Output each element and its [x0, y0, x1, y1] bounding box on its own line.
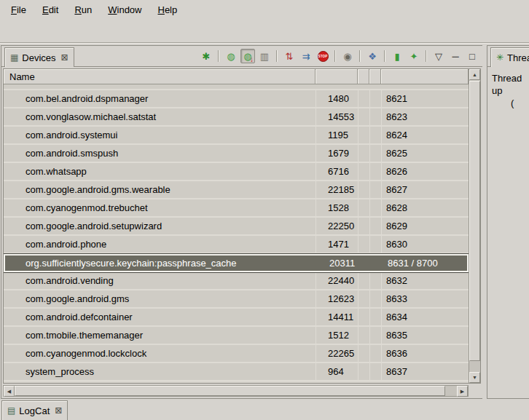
table-row[interactable]: com.android.smspush 1679 8625: [4, 145, 469, 163]
column-header-name[interactable]: Name: [4, 69, 316, 84]
cell-pid: 1528: [316, 199, 358, 216]
horizontal-scrollbar[interactable]: ◀ ▶: [3, 385, 469, 397]
column-header-pid[interactable]: [316, 69, 358, 84]
cell-thread-indicator: [369, 127, 381, 143]
cell-thread-indicator: [369, 363, 381, 380]
cell-pid: 22185: [316, 181, 358, 198]
cell-pid: 20311: [317, 255, 359, 271]
cell-heap-indicator: [358, 145, 369, 162]
cell-pid: 6716: [316, 163, 358, 180]
tab-logcat[interactable]: ▤ LogCat ⊠: [1, 400, 68, 420]
capture-systrace-icon[interactable]: ▮: [390, 49, 404, 63]
minimize-icon[interactable]: ─: [448, 49, 463, 63]
table-row[interactable]: com.cyanogenmod.trebuchet 1528 8628: [4, 199, 469, 218]
maximize-icon[interactable]: □: [465, 49, 479, 63]
table-row[interactable]: com.bel.android.dspmanager 1480 8621: [4, 90, 469, 108]
table-row[interactable]: com.google.android.gms 12623 8633: [4, 290, 469, 309]
table-row[interactable]: com.android.systemui 1195 8624: [4, 127, 469, 145]
view-menu-icon[interactable]: ▽: [431, 49, 446, 63]
update-threads-icon[interactable]: ⇅: [282, 49, 297, 63]
scroll-up-button[interactable]: ▲: [469, 69, 480, 80]
vertical-scrollbar-thumb[interactable]: [469, 81, 480, 361]
table-row[interactable]: com.whatsapp 6716 8626: [4, 163, 469, 181]
cell-process-name: com.android.vending: [4, 272, 316, 289]
cell-process-name: org.sufficientlysecure.keychain:passphra…: [5, 255, 317, 271]
tab-devices[interactable]: ▦ Devices ⊠: [4, 47, 74, 67]
table-row[interactable]: com.android.vending 22440 8632: [4, 272, 469, 290]
cell-port: 8629: [381, 218, 469, 234]
update-heap-icon[interactable]: ◍: [224, 49, 238, 63]
column-header-threads[interactable]: [369, 69, 381, 84]
column-header-port[interactable]: [381, 69, 469, 84]
opengl-trace-icon[interactable]: ✦: [407, 49, 421, 63]
table-row[interactable]: com.android.phone 1471 8630: [4, 236, 469, 254]
menu-file[interactable]: File: [9, 4, 28, 16]
logcat-icon: ▤: [7, 406, 15, 415]
column-header-heap[interactable]: [358, 69, 369, 84]
cell-pid: 1471: [316, 236, 358, 253]
close-icon[interactable]: ⊠: [55, 405, 62, 416]
debug-process-icon[interactable]: ✱: [199, 49, 213, 63]
cell-port: 8626: [381, 163, 469, 180]
cell-port: 8627: [381, 181, 469, 198]
device-process-table: Name com.bel.android.dspmanager 1480 862…: [3, 68, 481, 384]
dump-view-hierarchy-icon[interactable]: ❖: [365, 49, 380, 63]
method-profiling-icon[interactable]: ⇉: [299, 49, 313, 63]
devices-toolbar: ✱◍◍↓▥⇅⇉STOP◉❖▮✦▽─□: [199, 49, 479, 63]
cell-port: 8624: [381, 127, 469, 143]
table-row[interactable]: org.sufficientlysecure.keychain:passphra…: [4, 254, 469, 272]
toolbar-separator: [384, 50, 385, 62]
cell-heap-indicator: [358, 108, 369, 125]
table-header: Name: [4, 69, 469, 84]
threads-message-line2: (: [511, 97, 529, 109]
cause-gc-icon[interactable]: ▥: [257, 49, 272, 63]
table-row[interactable]: com.cyanogenmod.lockclock 22265 8636: [4, 345, 469, 363]
cell-pid: 1480: [316, 90, 358, 107]
table-row[interactable]: system_process 964 8637: [4, 363, 469, 381]
toolbar-separator: [334, 50, 336, 62]
cell-port: 8625: [381, 145, 469, 162]
scroll-down-button[interactable]: ▼: [469, 372, 480, 383]
threads-panel: ✳ Threads Thread up (: [487, 45, 529, 399]
cell-thread-indicator: [369, 309, 381, 325]
cell-port: 8634: [381, 309, 469, 325]
menu-edit[interactable]: Edit: [40, 4, 60, 16]
table-row[interactable]: com.google.android.setupwizard 22250 862…: [4, 218, 469, 236]
menu-run[interactable]: Run: [72, 4, 94, 16]
dump-hprof-icon[interactable]: ◍↓: [240, 49, 255, 63]
table-row[interactable]: com.vonglasow.michael.satstat 14553 8623: [4, 108, 469, 127]
cell-thread-indicator: [369, 327, 381, 344]
tab-threads[interactable]: ✳ Threads: [490, 47, 529, 67]
table-row[interactable]: com.google.android.gms.wearable 22185 86…: [4, 181, 469, 199]
cell-port: 8623: [381, 108, 469, 125]
cell-process-name: com.cyanogenmod.lockclock: [4, 345, 316, 362]
cell-port: 8636: [381, 345, 469, 362]
cell-thread-indicator: [369, 181, 381, 198]
threads-icon: ✳: [496, 53, 503, 62]
cell-pid: 1512: [316, 327, 358, 344]
cell-heap-indicator: [358, 199, 369, 216]
cell-heap-indicator: [358, 90, 369, 107]
menu-help[interactable]: Help: [155, 4, 179, 16]
threads-tab-row: ✳ Threads: [487, 46, 529, 67]
cell-heap-indicator: [358, 309, 369, 325]
stop-process-icon[interactable]: STOP: [316, 49, 330, 63]
cell-pid: 1679: [316, 145, 358, 162]
partial-row: [4, 84, 469, 90]
close-icon[interactable]: ⊠: [61, 52, 68, 63]
scroll-left-button[interactable]: ◀: [4, 386, 15, 397]
toolbar-separator: [359, 50, 361, 62]
scroll-right-button[interactable]: ▶: [457, 386, 468, 397]
vertical-scrollbar[interactable]: ▲ ▼: [469, 69, 480, 383]
cell-process-name: system_process: [4, 363, 316, 380]
horizontal-scrollbar-thumb[interactable]: [15, 386, 445, 396]
screen-capture-icon[interactable]: ◉: [340, 49, 355, 63]
cell-port: 8630: [381, 236, 469, 253]
cell-heap-indicator: [358, 181, 369, 198]
menu-window[interactable]: Window: [106, 4, 144, 16]
cell-process-name: com.whatsapp: [4, 163, 316, 180]
table-row[interactable]: com.android.defcontainer 14411 8634: [4, 309, 469, 327]
table-row[interactable]: com.tmobile.thememanager 1512 8635: [4, 327, 469, 345]
cell-process-name: com.android.phone: [4, 236, 316, 253]
cell-port: 8633: [381, 290, 469, 307]
